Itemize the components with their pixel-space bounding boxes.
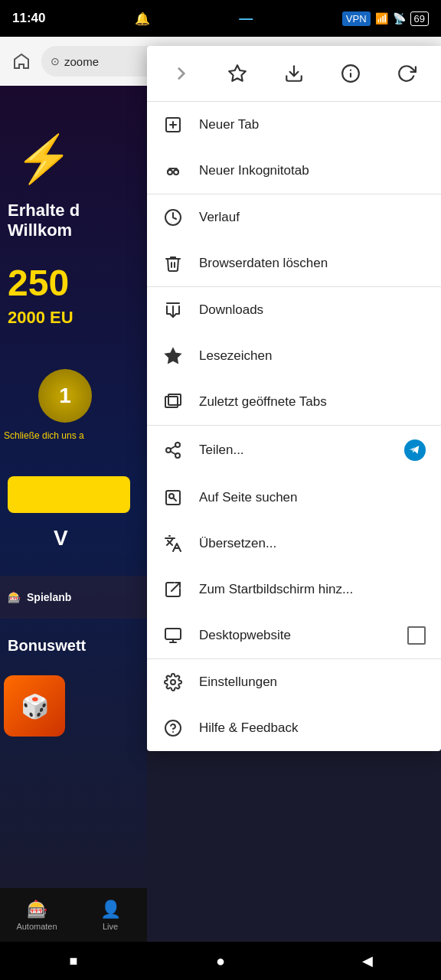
menu-section-tabs: Neuer Tab Neuer Inkognitotab [147, 102, 441, 194]
android-square-button[interactable]: ■ [58, 949, 89, 972]
telegram-icon [404, 439, 426, 461]
svg-point-24 [169, 494, 174, 498]
uebersetzen-item[interactable]: Übersetzen... [147, 521, 441, 567]
bookmark-button[interactable] [219, 55, 256, 92]
url-text: zoome [64, 55, 99, 68]
status-dash: — [239, 11, 253, 27]
android-home-button[interactable]: ● [205, 949, 236, 972]
help-icon [162, 719, 184, 737]
history-icon [162, 208, 184, 227]
einstellungen-item[interactable]: Einstellungen [147, 659, 441, 705]
neuer-tab-label: Neuer Tab [199, 117, 426, 132]
android-back-button[interactable]: ◀ [352, 949, 383, 972]
nav-item-live[interactable]: 👤 Live [74, 900, 147, 931]
svg-marker-14 [165, 348, 181, 363]
incognito-icon [162, 162, 184, 180]
live-nav-icon: 👤 [100, 900, 121, 920]
notification-bell-icon: 🔔 [135, 11, 150, 26]
downloads-item[interactable]: Downloads [147, 287, 441, 333]
find-in-page-icon [162, 488, 184, 507]
bottom-navigation: 🎰 Automaten 👤 Live [0, 888, 147, 942]
verlauf-label: Verlauf [199, 210, 426, 225]
lesezeichen-item[interactable]: Lesezeichen [147, 333, 441, 379]
url-security-icon: ⊙ [51, 55, 60, 67]
promo-amount: 250 [8, 262, 69, 304]
menu-top-bar [147, 46, 441, 102]
battery-icon: 69 [410, 11, 429, 26]
trash-icon [162, 254, 184, 273]
svg-line-26 [172, 583, 180, 591]
menu-section-settings: Einstellungen Hilfe & Feedback [147, 659, 441, 751]
svg-rect-27 [165, 629, 181, 639]
suchen-item[interactable]: Auf Seite suchen [147, 475, 441, 521]
refresh-button[interactable] [388, 55, 425, 92]
circle-icon: ● [216, 952, 225, 970]
settings-icon [162, 673, 184, 691]
svg-rect-11 [175, 168, 177, 170]
svg-rect-10 [169, 168, 171, 170]
menu-section-tools: Teilen... Auf Seite suchen [147, 426, 441, 659]
status-icons: VPN 📶 📡 69 [342, 11, 429, 26]
share-icon [162, 441, 184, 459]
zuletzt-tabs-label: Zuletzt geöffnete Tabs [199, 394, 426, 410]
home-button[interactable] [6, 46, 37, 77]
add-home-screen-icon [162, 580, 184, 599]
suchen-label: Auf Seite suchen [199, 490, 426, 505]
svg-line-25 [174, 498, 176, 501]
svg-point-30 [171, 680, 175, 684]
teilen-item[interactable]: Teilen... [147, 426, 441, 475]
signal-icon: 📶 [375, 12, 388, 24]
promo-euro: 2000 EU [8, 308, 74, 328]
status-time: 11:40 [12, 11, 45, 26]
downloads-label: Downloads [199, 302, 426, 318]
new-tab-icon [162, 116, 184, 134]
promo-cta-button[interactable] [8, 476, 130, 513]
einstellungen-label: Einstellungen [199, 675, 426, 690]
slots-nav-icon: 🎰 [27, 900, 47, 920]
verlauf-item[interactable]: Verlauf [147, 194, 441, 240]
browser-dropdown-menu: Neuer Tab Neuer Inkognitotab [147, 46, 441, 751]
android-nav-bar: ■ ● ◀ [0, 942, 441, 980]
startbildschirm-item[interactable]: Zum Startbildschirm hinz... [147, 567, 441, 612]
promo-circle: 1 [38, 369, 92, 423]
wifi-icon: 📡 [393, 12, 406, 24]
translate-icon [162, 534, 184, 553]
promo-join-text: Schließe dich uns a [4, 430, 84, 441]
lesezeichen-label: Lesezeichen [199, 348, 426, 364]
neuer-tab-item[interactable]: Neuer Tab [147, 102, 441, 148]
promo-v-text: V [54, 526, 68, 550]
live-label: Live [103, 922, 118, 931]
browserdaten-item[interactable]: Browserdaten löschen [147, 240, 441, 286]
svg-line-21 [171, 446, 176, 449]
browserdaten-label: Browserdaten löschen [199, 256, 426, 271]
menu-section-history: Verlauf Browserdaten löschen [147, 194, 441, 287]
menu-section-downloads: Downloads Lesezeichen Zuletzt geöffnete … [147, 287, 441, 426]
desktopwebsite-item[interactable]: Desktopwebsite [147, 612, 441, 658]
lightning-icon: ⚡ [15, 132, 73, 186]
neuer-inkognito-label: Neuer Inkognitotab [199, 163, 426, 178]
vpn-badge: VPN [342, 11, 371, 26]
startbildschirm-label: Zum Startbildschirm hinz... [199, 582, 426, 597]
hilfe-item[interactable]: Hilfe & Feedback [147, 705, 441, 751]
desktop-checkbox[interactable] [407, 626, 426, 645]
svg-marker-0 [230, 65, 247, 81]
bg-page-content: ⚡ Erhalte d Willkom 250 2000 EU 1 Schlie… [0, 86, 147, 919]
download-icon [162, 301, 184, 319]
desktopwebsite-label: Desktopwebsite [199, 628, 392, 643]
square-icon: ■ [70, 953, 78, 969]
info-button[interactable] [332, 55, 369, 92]
promo-text: Erhalte d Willkom [8, 201, 80, 241]
neuer-inkognito-item[interactable]: Neuer Inkognitotab [147, 148, 441, 194]
zuletzt-tabs-item[interactable]: Zuletzt geöffnete Tabs [147, 379, 441, 425]
download-top-button[interactable] [276, 55, 312, 92]
slots-image: 🎲 [4, 675, 65, 737]
recent-tabs-icon [162, 393, 184, 411]
forward-button[interactable] [163, 55, 200, 92]
status-bar: 11:40 🔔 — VPN 📶 📡 69 [0, 0, 441, 37]
bonus-icon: 🎰 [8, 591, 21, 603]
star-icon [162, 347, 184, 365]
nav-item-automaten[interactable]: 🎰 Automaten [0, 900, 74, 931]
svg-line-20 [171, 452, 176, 455]
teilen-label: Teilen... [199, 443, 389, 458]
desktop-icon [162, 626, 184, 645]
